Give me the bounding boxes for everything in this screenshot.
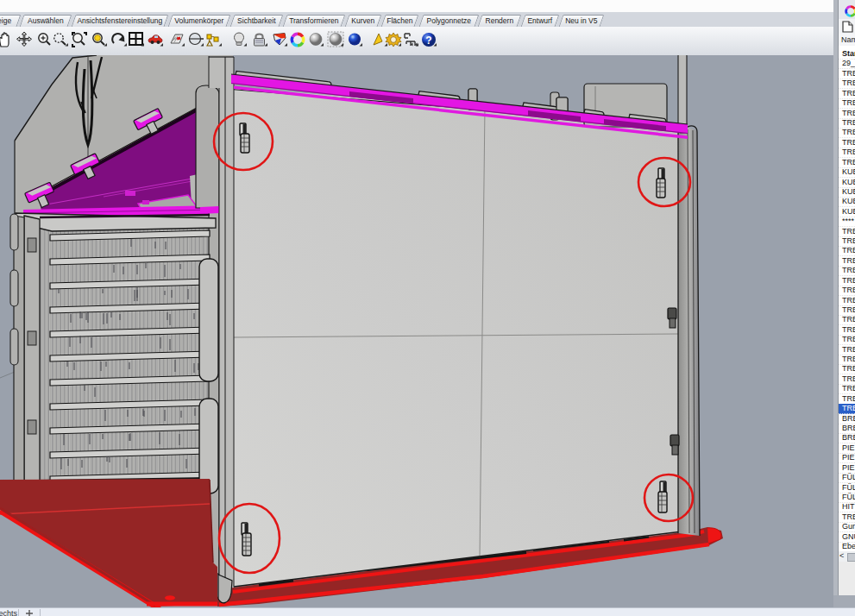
svg-text:?: ?: [425, 35, 431, 47]
